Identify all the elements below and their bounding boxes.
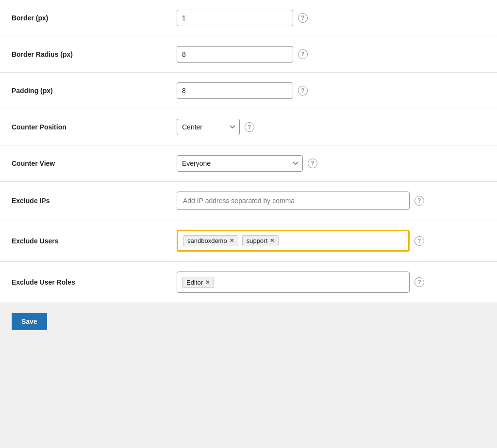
tag-sandboxdemo-remove[interactable]: ✕ xyxy=(230,238,234,243)
counter-position-field: Left Center Right ? xyxy=(177,119,254,135)
exclude-ips-label: Exclude IPs xyxy=(0,182,165,220)
tag-sandboxdemo: sandboxdemo ✕ xyxy=(183,235,238,246)
border-field: ? xyxy=(177,10,308,26)
counter-position-help-icon[interactable]: ? xyxy=(245,122,254,132)
exclude-user-roles-tags[interactable]: Editor ✕ xyxy=(177,272,410,293)
tag-support-remove[interactable]: ✕ xyxy=(270,238,274,243)
counter-view-label: Counter View xyxy=(0,145,165,182)
tag-editor-remove[interactable]: ✕ xyxy=(205,280,210,285)
border-label: Border (px) xyxy=(0,0,165,36)
tag-editor-label: Editor xyxy=(186,279,203,286)
counter-view-field: Everyone Logged In Logged Out ? xyxy=(177,155,317,172)
padding-label: Padding (px) xyxy=(0,73,165,109)
padding-help-icon[interactable]: ? xyxy=(298,86,308,96)
border-input[interactable] xyxy=(177,10,293,26)
counter-position-select[interactable]: Left Center Right xyxy=(177,119,240,135)
border-radius-label: Border Radius (px) xyxy=(0,36,165,73)
counter-view-select[interactable]: Everyone Logged In Logged Out xyxy=(177,155,303,172)
counter-position-label: Counter Position xyxy=(0,109,165,145)
tag-sandboxdemo-label: sandboxdemo xyxy=(187,237,227,244)
padding-field: ? xyxy=(177,82,308,99)
border-row: Border (px) ? xyxy=(0,0,497,36)
exclude-users-label: Exclude Users xyxy=(0,220,165,262)
border-radius-input[interactable] xyxy=(177,46,293,63)
counter-position-row: Counter Position Left Center Right ? xyxy=(0,109,497,145)
save-button[interactable]: Save xyxy=(12,313,47,330)
border-help-icon[interactable]: ? xyxy=(298,13,308,23)
counter-view-help-icon[interactable]: ? xyxy=(308,159,317,168)
border-radius-row: Border Radius (px) ? xyxy=(0,36,497,73)
exclude-user-roles-field: Editor ✕ ? xyxy=(177,272,424,293)
exclude-user-roles-help-icon[interactable]: ? xyxy=(414,277,424,287)
padding-input[interactable] xyxy=(177,82,293,99)
exclude-ips-help-icon[interactable]: ? xyxy=(414,196,424,206)
padding-row: Padding (px) ? xyxy=(0,73,497,109)
counter-view-row: Counter View Everyone Logged In Logged O… xyxy=(0,145,497,182)
tag-support-label: support xyxy=(247,237,267,244)
exclude-ips-row: Exclude IPs ? xyxy=(0,182,497,220)
border-radius-help-icon[interactable]: ? xyxy=(298,49,308,59)
exclude-users-row: Exclude Users sandboxdemo ✕ support ✕ xyxy=(0,220,497,262)
tag-support: support ✕ xyxy=(242,235,279,246)
exclude-user-roles-label: Exclude User Roles xyxy=(0,262,165,303)
exclude-user-roles-row: Exclude User Roles Editor ✕ ? xyxy=(0,262,497,303)
border-radius-field: ? xyxy=(177,46,308,63)
exclude-ips-input[interactable] xyxy=(177,192,410,210)
exclude-users-help-icon[interactable]: ? xyxy=(414,236,424,246)
footer: Save xyxy=(0,303,497,340)
exclude-ips-field: ? xyxy=(177,192,424,210)
exclude-users-field: sandboxdemo ✕ support ✕ ? xyxy=(177,230,424,252)
exclude-users-tags[interactable]: sandboxdemo ✕ support ✕ xyxy=(177,230,410,252)
tag-editor: Editor ✕ xyxy=(182,277,214,288)
